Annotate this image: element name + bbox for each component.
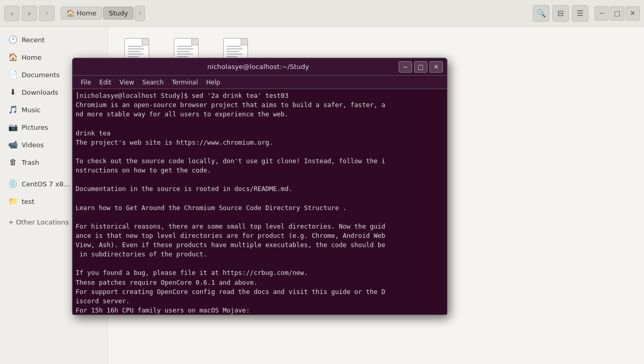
sidebar-label-pictures: Pictures bbox=[22, 124, 48, 131]
breadcrumb: 🏠 Home Study › bbox=[61, 6, 527, 21]
terminal-menu-edit[interactable]: Edit bbox=[95, 78, 115, 87]
sidebar-label-documents: Documents bbox=[22, 71, 60, 79]
terminal-maximize-button[interactable]: □ bbox=[414, 61, 427, 73]
downloads-icon: ⬇ bbox=[8, 88, 17, 97]
sidebar-label-centos: CentOS 7 x8... bbox=[22, 180, 70, 188]
terminal-close-button[interactable]: ✕ bbox=[430, 61, 443, 73]
home-icon: 🏠 bbox=[66, 9, 75, 17]
trash-icon: 🗑 bbox=[8, 158, 17, 167]
videos-icon: 📹 bbox=[8, 140, 17, 149]
centos-icon: 💿 bbox=[8, 179, 17, 188]
search-button[interactable]: 🔍 bbox=[533, 5, 549, 22]
breadcrumb-forward-arrow[interactable]: › bbox=[135, 6, 145, 21]
sidebar-label-videos: Videos bbox=[22, 141, 44, 149]
terminal-window[interactable]: nicholasye@localhost:~/Study − □ ✕ File … bbox=[72, 58, 448, 315]
terminal-body[interactable]: [nicholasye@localhost Study]$ sed '2a dr… bbox=[73, 89, 447, 315]
terminal-menu-help[interactable]: Help bbox=[202, 78, 224, 87]
maximize-icon: □ bbox=[418, 63, 423, 71]
view-button[interactable]: ⊟ bbox=[552, 5, 569, 22]
terminal-title: nicholasye@localhost:~/Study bbox=[118, 63, 399, 71]
documents-icon: 📄 bbox=[8, 70, 17, 79]
sidebar-label-trash: Trash bbox=[22, 159, 39, 166]
sidebar-label-recent: Recent bbox=[22, 36, 45, 44]
sidebar-label-music: Music bbox=[22, 106, 41, 114]
close-icon: ✕ bbox=[434, 63, 439, 71]
sidebar-label-other: + Other Locations bbox=[8, 218, 69, 226]
home-sidebar-icon: 🏠 bbox=[8, 53, 17, 62]
sidebar-label-downloads: Downloads bbox=[22, 89, 58, 96]
minimize-icon: − bbox=[403, 63, 408, 71]
recent-icon: 🕐 bbox=[8, 35, 17, 44]
study-label: Study bbox=[109, 9, 128, 17]
sidebar-label-home: Home bbox=[22, 54, 41, 61]
maximize-button[interactable]: □ bbox=[610, 6, 624, 21]
fm-header: ‹ › ‹ 🏠 Home Study › 🔍 ⊟ ☰ − □ ✕ bbox=[0, 0, 644, 27]
breadcrumb-study[interactable]: Study bbox=[103, 7, 134, 20]
forward-button[interactable]: › bbox=[22, 6, 37, 21]
sidebar-item-recent[interactable]: 🕐 Recent bbox=[0, 31, 108, 48]
terminal-menu-search[interactable]: Search bbox=[138, 78, 168, 87]
terminal-menu-view[interactable]: View bbox=[115, 78, 138, 87]
pictures-icon: 📷 bbox=[8, 123, 17, 132]
terminal-menubar: File Edit View Search Terminal Help bbox=[73, 76, 447, 89]
terminal-menu-file[interactable]: File bbox=[77, 78, 95, 87]
menu-button[interactable]: ☰ bbox=[572, 5, 588, 22]
back-button[interactable]: ‹ bbox=[4, 6, 20, 21]
minimize-button[interactable]: − bbox=[595, 6, 609, 21]
breadcrumb-home[interactable]: 🏠 Home bbox=[61, 7, 102, 20]
terminal-minimize-button[interactable]: − bbox=[399, 61, 412, 73]
home-label: Home bbox=[77, 9, 96, 17]
test-icon: 📁 bbox=[8, 197, 17, 206]
music-icon: 🎵 bbox=[8, 105, 17, 114]
terminal-titlebar: nicholasye@localhost:~/Study − □ ✕ bbox=[73, 58, 447, 76]
sidebar-label-test: test bbox=[22, 198, 34, 205]
terminal-menu-terminal[interactable]: Terminal bbox=[168, 78, 202, 87]
terminal-window-controls: − □ ✕ bbox=[399, 61, 443, 73]
up-button[interactable]: ‹ bbox=[39, 6, 55, 21]
window-controls: − □ ✕ bbox=[595, 6, 640, 21]
close-button[interactable]: ✕ bbox=[625, 6, 640, 21]
toolbar-right: 🔍 ⊟ ☰ bbox=[533, 5, 588, 22]
